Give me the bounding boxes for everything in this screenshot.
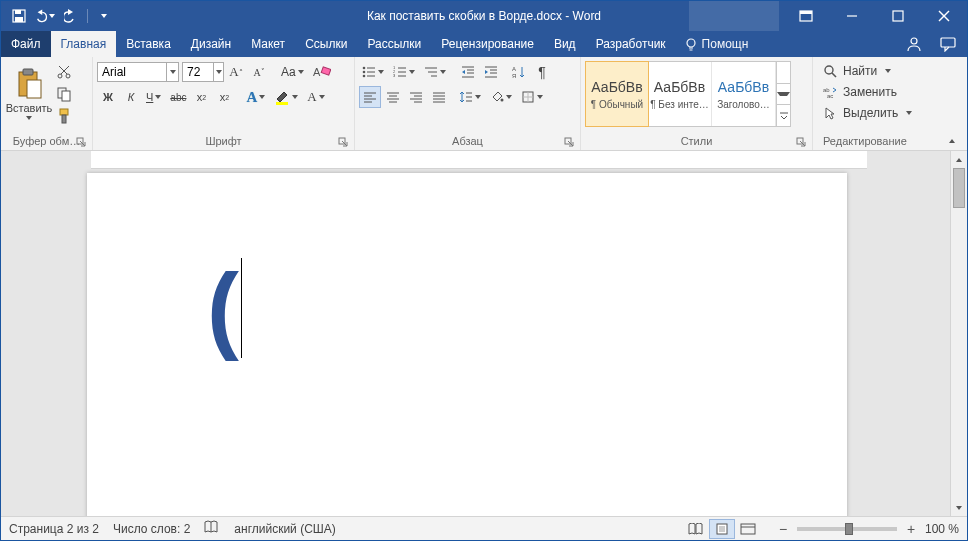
decrease-indent-button[interactable]	[457, 61, 479, 83]
align-center-button[interactable]	[382, 86, 404, 108]
group-paragraph-label: Абзац	[452, 135, 483, 147]
superscript-button[interactable]: x2	[213, 86, 235, 108]
zoom-control: − + 100 %	[775, 521, 959, 537]
view-web[interactable]	[735, 519, 761, 539]
copy-button[interactable]	[53, 83, 75, 105]
zoom-thumb[interactable]	[845, 523, 853, 535]
page-status[interactable]: Страница 2 из 2	[9, 522, 99, 536]
paste-label: Вставить	[6, 102, 53, 114]
paragraph-launcher[interactable]	[562, 135, 576, 149]
document-content[interactable]: (	[207, 253, 242, 363]
scroll-thumb[interactable]	[953, 168, 965, 208]
underline-button[interactable]: Ч	[143, 86, 166, 108]
tab-home[interactable]: Главная	[51, 31, 117, 57]
minimize-button[interactable]	[829, 1, 875, 31]
sort-button[interactable]: AЯ	[508, 61, 530, 83]
font-name-input[interactable]	[98, 65, 166, 79]
svg-point-18	[66, 74, 70, 78]
styles-launcher[interactable]	[794, 135, 808, 149]
font-size-dropdown[interactable]	[213, 63, 223, 81]
select-button[interactable]: Выделить	[819, 103, 918, 123]
borders-button[interactable]	[518, 86, 548, 108]
redo-button[interactable]	[59, 4, 83, 28]
undo-button[interactable]	[33, 4, 57, 28]
svg-text:ac: ac	[827, 93, 833, 99]
tell-me[interactable]: Помощн	[676, 31, 757, 57]
subscript-button[interactable]: x2	[190, 86, 212, 108]
tab-file[interactable]: Файл	[1, 31, 51, 57]
grow-font-button[interactable]: A˄	[225, 61, 247, 83]
align-right-button[interactable]	[405, 86, 427, 108]
styles-down[interactable]	[777, 84, 790, 106]
ribbon-options-button[interactable]	[783, 1, 829, 31]
maximize-button[interactable]	[875, 1, 921, 31]
font-launcher[interactable]	[336, 135, 350, 149]
change-case-button[interactable]: Aa	[278, 61, 309, 83]
bold-button[interactable]: Ж	[97, 86, 119, 108]
view-read[interactable]	[683, 519, 709, 539]
tab-references[interactable]: Ссылки	[295, 31, 357, 57]
styles-up[interactable]	[777, 62, 790, 84]
tab-review[interactable]: Рецензирование	[431, 31, 544, 57]
tab-developer[interactable]: Разработчик	[586, 31, 676, 57]
increase-indent-button[interactable]	[480, 61, 502, 83]
zoom-level[interactable]: 100 %	[925, 522, 959, 536]
show-marks-button[interactable]: ¶	[531, 61, 553, 83]
cut-button[interactable]	[53, 61, 75, 83]
view-print[interactable]	[709, 519, 735, 539]
numbering-button[interactable]: 123	[390, 61, 420, 83]
style-heading1[interactable]: АаБбВв Заголово…	[712, 62, 776, 126]
vertical-scrollbar[interactable]	[950, 151, 967, 516]
find-button[interactable]: Найти	[819, 61, 918, 81]
comments-button[interactable]	[933, 31, 963, 57]
tab-view[interactable]: Вид	[544, 31, 586, 57]
tab-design[interactable]: Дизайн	[181, 31, 241, 57]
zoom-out[interactable]: −	[775, 521, 791, 537]
highlight-button[interactable]	[271, 86, 303, 108]
styles-more[interactable]	[777, 105, 790, 126]
font-size-combo[interactable]	[182, 62, 224, 82]
shrink-font-button[interactable]: A˅	[248, 61, 270, 83]
style-normal[interactable]: АаБбВв ¶ Обычный	[585, 61, 649, 127]
bullets-button[interactable]	[359, 61, 389, 83]
zoom-slider[interactable]	[797, 527, 897, 531]
scroll-down[interactable]	[951, 499, 967, 516]
tab-mailings[interactable]: Рассылки	[357, 31, 431, 57]
zoom-in[interactable]: +	[903, 521, 919, 537]
indent-icon	[484, 65, 498, 79]
paste-button[interactable]: Вставить	[5, 59, 53, 129]
clear-format-button[interactable]: A	[310, 61, 334, 83]
save-button[interactable]	[7, 4, 31, 28]
line-spacing-button[interactable]	[456, 86, 486, 108]
qat-customize-button[interactable]	[92, 4, 116, 28]
share-button[interactable]	[899, 31, 929, 57]
tab-layout[interactable]: Макет	[241, 31, 295, 57]
clipboard-launcher[interactable]	[74, 135, 88, 149]
font-name-combo[interactable]	[97, 62, 179, 82]
account-placeholder[interactable]	[689, 1, 779, 31]
collapse-ribbon-button[interactable]	[943, 132, 961, 150]
page[interactable]: (	[87, 173, 847, 516]
spacing-icon	[459, 90, 473, 104]
word-count[interactable]: Число слов: 2	[113, 522, 190, 536]
language-status[interactable]: английский (США)	[234, 522, 335, 536]
scroll-up[interactable]	[951, 151, 967, 168]
tab-insert[interactable]: Вставка	[116, 31, 181, 57]
close-button[interactable]	[921, 1, 967, 31]
ruler[interactable]	[91, 151, 867, 169]
format-painter-button[interactable]	[53, 105, 75, 127]
multilevel-button[interactable]	[421, 61, 451, 83]
justify-button[interactable]	[428, 86, 450, 108]
replace-button[interactable]: abac Заменить	[819, 82, 918, 102]
align-left-button[interactable]	[359, 86, 381, 108]
font-color-button[interactable]: A	[304, 86, 329, 108]
group-editing-label: Редактирование	[823, 135, 907, 147]
proofing-button[interactable]	[204, 520, 220, 537]
italic-button[interactable]: К	[120, 86, 142, 108]
text-effects-button[interactable]: A	[243, 86, 270, 108]
shading-button[interactable]	[487, 86, 517, 108]
strike-button[interactable]: abc	[167, 86, 189, 108]
style-no-spacing[interactable]: АаБбВв ¶ Без инте…	[648, 62, 712, 126]
font-size-input[interactable]	[183, 65, 213, 79]
font-name-dropdown[interactable]	[166, 63, 178, 81]
